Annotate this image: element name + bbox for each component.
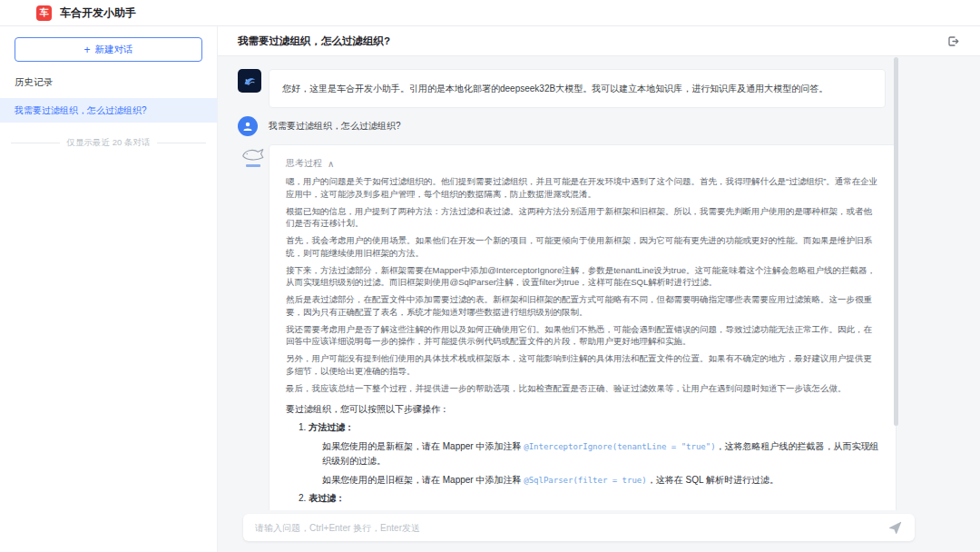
main-panel: 我需要过滤组织，怎么过滤组织? xyxy=(218,26,980,552)
export-icon[interactable] xyxy=(946,34,960,48)
composer-bar xyxy=(218,510,980,552)
user-avatar xyxy=(238,116,258,136)
inline-code: @SqlParser(filter = true) xyxy=(524,476,646,485)
thinking-paragraph: 另外，用户可能没有提到他们使用的具体技术栈或框架版本，这可能影响到注解的具体用法… xyxy=(286,352,879,378)
collapse-icon: ∧ xyxy=(328,159,334,169)
new-chat-label: 新建对话 xyxy=(95,44,133,56)
answer-step-1: 1. 方法过滤： 如果您使用的是新框架，请在 Mapper 中添加注释 @Int… xyxy=(299,421,879,487)
whale-doodle-icon xyxy=(240,146,266,163)
user-message-text: 我需要过滤组织，怎么过滤组织? xyxy=(269,116,886,133)
user-message-row: 我需要过滤组织，怎么过滤组织? xyxy=(238,116,980,136)
send-icon[interactable] xyxy=(887,519,903,536)
thinking-paragraph: 我还需要考虑用户是否了解这些注解的作用以及如何正确使用它们。如果他们不熟悉，可能… xyxy=(286,323,879,349)
history-section-label: 历史记录 xyxy=(15,76,202,89)
assistant-answer-row: 思考过程 ∧ 嗯，用户的问题是关于如何过滤组织的。他们提到需要过滤组织，并且可能… xyxy=(238,144,980,510)
step-number: 2. xyxy=(299,493,306,503)
app-title: 车合开发小助手 xyxy=(60,5,136,21)
step-item: 如果您使用的是新框架，请在 Mapper 中添加注释 @InterceptorI… xyxy=(322,439,879,468)
top-bar: 车 车合开发小助手 xyxy=(0,0,980,26)
new-chat-button[interactable]: + 新建对话 xyxy=(15,37,202,62)
answer-intro: 要过滤组织，您可以按照以下步骤操作： xyxy=(286,402,879,416)
step-title: 方法过滤： xyxy=(309,422,354,432)
thinking-paragraph: 接下来，方法过滤部分，新框架需要在Mapper中添加@InterceptorIg… xyxy=(286,264,879,290)
answer-step-2: 2. 表过滤： 在配置文件中添加需要过滤的表。具体操作如下： 对于新框架，请参考… xyxy=(299,492,879,510)
app-logo-icon: 车 xyxy=(36,5,52,21)
step-number: 1. xyxy=(299,422,306,432)
thinking-paragraph: 首先，我会考虑用户的使用场景。如果他们在开发一个新的项目，可能更倾向于使用新框架… xyxy=(286,234,879,260)
chat-header: 我需要过滤组织，怎么过滤组织? xyxy=(218,26,980,56)
step-title: 表过滤： xyxy=(309,493,345,503)
conversation-limit-note: 仅显示最近 20 条对话 xyxy=(11,137,206,149)
plus-icon: + xyxy=(83,44,90,56)
message-input-bar xyxy=(243,514,915,541)
assistant-doodle-avatar xyxy=(238,144,269,167)
assistant-greeting-bubble: 您好，这里是车合开发小助手。引用的是本地化部署的deepseek32B大模型。我… xyxy=(269,69,886,108)
app-window: 车 车合开发小助手 + 新建对话 历史记录 我需要过滤组织，怎么过滤组织? 仅显… xyxy=(0,0,980,552)
thinking-paragraph: 根据已知的信息，用户提到了两种方法：方法过滤和表过滤。这两种方法分别适用于新框架… xyxy=(286,205,879,231)
sidebar-conversation-item[interactable]: 我需要过滤组织，怎么过滤组织? xyxy=(0,98,217,123)
scrollbar[interactable] xyxy=(894,57,898,426)
chat-title: 我需要过滤组织，怎么过滤组织? xyxy=(238,34,390,48)
thinking-paragraph: 然后是表过滤部分，在配置文件中添加需要过滤的表。新框架和旧框架的配置方式可能略有… xyxy=(286,293,879,319)
thinking-paragraph: 嗯，用户的问题是关于如何过滤组织的。他们提到需要过滤组织，并且可能是在开发环境中… xyxy=(286,175,879,201)
assistant-avatar xyxy=(238,69,261,93)
message-list[interactable]: 您好，这里是车合开发小助手。引用的是本地化部署的deepseek32B大模型。我… xyxy=(218,57,980,510)
thinking-paragraph: 最后，我应该总结一下整个过程，并提供进一步的帮助选项，比如检查配置是否正确、验证… xyxy=(286,382,879,395)
assistant-greeting-row: 您好，这里是车合开发小助手。引用的是本地化部署的deepseek32B大模型。我… xyxy=(238,69,980,108)
thinking-toggle[interactable]: 思考过程 ∧ xyxy=(286,157,879,170)
step-item: 如果您使用的是旧框架，请在 Mapper 中添加注释 @SqlParser(fi… xyxy=(322,473,879,488)
thinking-label: 思考过程 xyxy=(286,157,322,170)
inline-code: @InterceptorIgnore(tenantLine = "true") xyxy=(524,442,715,451)
answer-section: 要过滤组织，您可以按照以下步骤操作： 1. 方法过滤： 如果您使用的是新框架，请… xyxy=(286,402,879,510)
avatar-caption xyxy=(246,164,260,167)
sidebar: + 新建对话 历史记录 我需要过滤组织，怎么过滤组织? 仅显示最近 20 条对话 xyxy=(0,26,218,552)
assistant-answer-card: 思考过程 ∧ 嗯，用户的问题是关于如何过滤组织的。他们提到需要过滤组织，并且可能… xyxy=(269,144,897,510)
message-input[interactable] xyxy=(255,523,879,533)
